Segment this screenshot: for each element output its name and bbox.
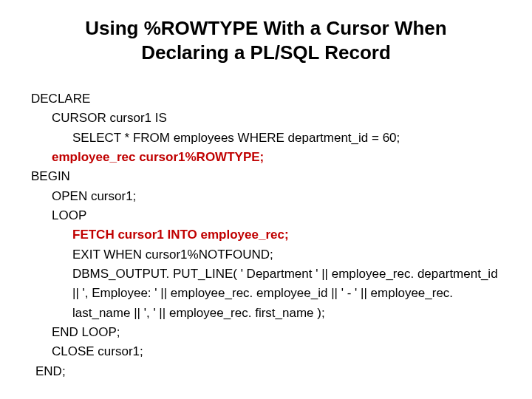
code-line: DBMS_OUTPUT. PUT_LINE( ' Department ' ||…	[31, 265, 501, 323]
code-line: SELECT * FROM employees WHERE department…	[31, 129, 501, 148]
code-line: LOOP	[31, 206, 501, 225]
code-block: DECLARE CURSOR cursor1 IS SELECT * FROM …	[31, 89, 501, 381]
code-line: END;	[31, 362, 501, 381]
code-line: EXIT WHEN cursor1%NOTFOUND;	[31, 245, 501, 265]
code-line-highlight: FETCH cursor1 INTO employee_rec;	[31, 225, 501, 245]
code-line: BEGIN	[31, 167, 501, 186]
slide-title: Using %ROWTYPE With a Cursor When Declar…	[66, 16, 466, 64]
code-line: END LOOP;	[31, 323, 501, 342]
code-line: CURSOR cursor1 IS	[31, 109, 501, 128]
code-line: OPEN cursor1;	[31, 187, 501, 206]
code-line: DECLARE	[31, 89, 501, 109]
code-line: CLOSE cursor1;	[31, 342, 501, 361]
code-line-highlight: employee_rec cursor1%ROWTYPE;	[31, 148, 501, 167]
